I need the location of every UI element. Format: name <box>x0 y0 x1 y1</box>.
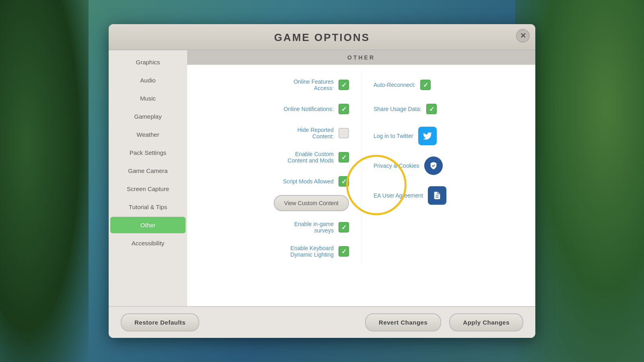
sidebar-item-game-camera[interactable]: Game Camera <box>110 162 186 179</box>
checkmark-icon: ✓ <box>429 105 434 113</box>
apply-changes-button[interactable]: Apply Changes <box>449 313 523 331</box>
share-usage-label: Share Usage Data: <box>374 106 421 112</box>
setting-auto-reconnect: Auto-Reconnect: ✓ <box>365 73 523 97</box>
enable-cc-label: Enable CustomContent and Mods <box>288 151 334 164</box>
document-icon <box>433 191 442 200</box>
sidebar-item-pack-settings[interactable]: Pack Settings <box>110 144 186 161</box>
revert-changes-button[interactable]: Revert Changes <box>365 313 441 331</box>
sidebar-item-other[interactable]: Other <box>110 217 186 233</box>
setting-hide-reported: Hide ReportedContent: <box>199 121 357 145</box>
sidebar-item-tutorial-tips[interactable]: Tutorial & Tips <box>110 199 186 215</box>
hide-reported-label: Hide ReportedContent: <box>297 127 334 140</box>
checkmark-icon: ✓ <box>423 81 428 89</box>
ingame-surveys-checkbox[interactable]: ✓ <box>339 222 349 232</box>
sidebar-item-audio[interactable]: Audio <box>110 72 186 88</box>
enable-cc-checkbox[interactable]: ✓ <box>339 152 349 162</box>
keyboard-lighting-checkbox[interactable]: ✓ <box>339 246 349 257</box>
close-button[interactable]: ✕ <box>516 29 530 43</box>
checkmark-icon: ✓ <box>341 224 347 231</box>
setting-ingame-surveys: Enable in-gamesurveys ✓ <box>199 215 357 239</box>
sidebar-item-weather[interactable]: Weather <box>110 126 186 143</box>
setting-twitter: Log in to Twitter <box>365 121 523 151</box>
content-body: Online FeaturesAccess: ✓ Online Notifica… <box>187 65 535 306</box>
checkmark-icon: ✓ <box>341 178 347 185</box>
shield-check-icon <box>429 161 438 170</box>
script-mods-label: Script Mods Allowed <box>283 178 334 185</box>
setting-enable-cc: Enable CustomContent and Mods ✓ <box>199 145 357 169</box>
modal-body: Graphics Audio Music Gameplay Weather Pa… <box>109 50 535 306</box>
view-cc-row: View Custom Content <box>199 193 357 215</box>
script-mods-checkbox[interactable]: ✓ <box>339 176 349 187</box>
right-column: Auto-Reconnect: ✓ Share Usage Data: ✓ <box>361 73 523 263</box>
sidebar-item-graphics[interactable]: Graphics <box>110 54 186 70</box>
online-features-checkbox[interactable]: ✓ <box>339 80 349 90</box>
footer-right-buttons: Revert Changes Apply Changes <box>365 313 523 331</box>
view-custom-content-button[interactable]: View Custom Content <box>274 195 349 211</box>
setting-keyboard-lighting: Enable KeyboardDynamic Lighting ✓ <box>199 239 357 263</box>
privacy-cookies-label: Privacy & Cookies <box>374 162 419 169</box>
ea-agreement-label: EA User Agreement <box>374 192 423 199</box>
online-notifications-checkbox[interactable]: ✓ <box>339 104 349 114</box>
sidebar-item-music[interactable]: Music <box>110 90 186 107</box>
checkmark-icon: ✓ <box>341 105 347 113</box>
setting-privacy-cookies: Privacy & Cookies <box>365 151 523 181</box>
sidebar: Graphics Audio Music Gameplay Weather Pa… <box>109 50 187 306</box>
settings-columns: Online FeaturesAccess: ✓ Online Notifica… <box>199 73 523 263</box>
modal-footer: Restore Defaults Revert Changes Apply Ch… <box>109 306 535 338</box>
setting-share-usage: Share Usage Data: ✓ <box>365 97 523 121</box>
sidebar-item-screen-capture[interactable]: Screen Capture <box>110 181 186 197</box>
modal-title: Game Options <box>274 31 370 43</box>
keyboard-lighting-label: Enable KeyboardDynamic Lighting <box>291 245 334 258</box>
setting-ea-agreement: EA User Agreement <box>365 181 523 210</box>
checkmark-icon: ✓ <box>341 81 347 89</box>
setting-script-mods: Script Mods Allowed ✓ <box>199 169 357 193</box>
checkmark-icon: ✓ <box>341 154 347 161</box>
content-area: Other Online FeaturesAccess: ✓ Online No… <box>187 50 535 306</box>
left-column: Online FeaturesAccess: ✓ Online Notifica… <box>199 73 361 263</box>
setting-online-notifications: Online Notifications: ✓ <box>199 97 357 121</box>
modal-header: Game Options ✕ <box>109 24 535 50</box>
online-notifications-label: Online Notifications: <box>283 106 334 112</box>
sidebar-item-accessibility[interactable]: Accessibility <box>110 235 186 251</box>
twitter-label: Log in to Twitter <box>374 133 413 139</box>
game-options-modal: Game Options ✕ Graphics Audio Music Game… <box>109 24 535 338</box>
auto-reconnect-checkbox[interactable]: ✓ <box>420 80 431 90</box>
twitter-icon <box>423 131 432 141</box>
privacy-cookies-button[interactable] <box>424 156 443 175</box>
section-header: Other <box>187 50 535 65</box>
share-usage-checkbox[interactable]: ✓ <box>426 104 437 114</box>
auto-reconnect-label: Auto-Reconnect: <box>374 82 415 88</box>
ingame-surveys-label: Enable in-gamesurveys <box>294 221 334 234</box>
sidebar-item-gameplay[interactable]: Gameplay <box>110 108 186 125</box>
twitter-button[interactable] <box>418 127 437 145</box>
hide-reported-checkbox[interactable] <box>339 128 349 138</box>
setting-online-features: Online FeaturesAccess: ✓ <box>199 73 357 97</box>
restore-defaults-button[interactable]: Restore Defaults <box>121 313 199 331</box>
bg-trees-left <box>0 0 89 362</box>
ea-agreement-button[interactable] <box>428 186 446 205</box>
checkmark-icon: ✓ <box>341 248 347 255</box>
online-features-label: Online FeaturesAccess: <box>293 78 334 91</box>
